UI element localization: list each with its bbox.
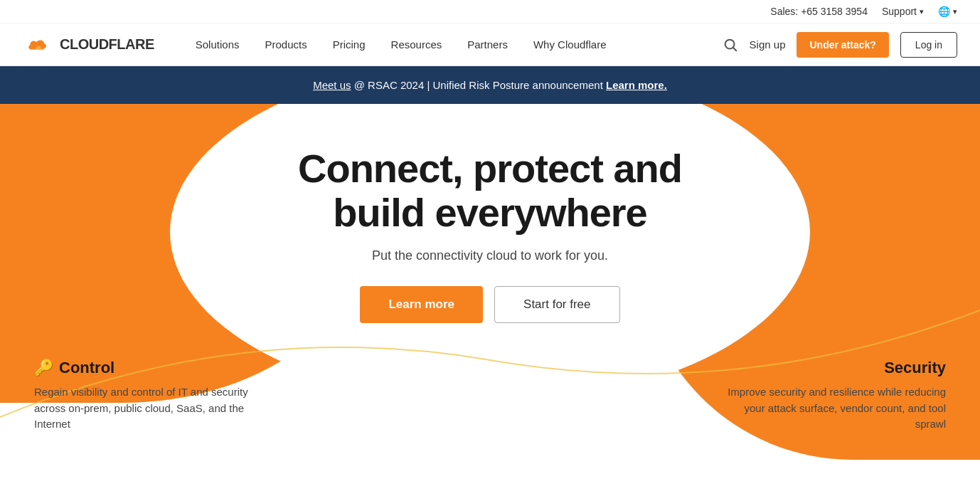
- search-icon: [723, 37, 738, 53]
- control-icon: 🔑: [34, 359, 53, 377]
- sign-up-button[interactable]: Sign up: [750, 38, 786, 51]
- features-row: 🔑 Control Regain visibility and control …: [0, 344, 980, 433]
- hero-learn-more-button[interactable]: Learn more: [360, 286, 483, 323]
- cloudflare-logo-icon: [23, 35, 54, 55]
- globe-chevron-icon: ▾: [953, 7, 957, 16]
- nav-why-cloudflare[interactable]: Why Cloudflare: [521, 23, 619, 66]
- feature-security-title: 🛡 Security: [718, 359, 946, 377]
- support-chevron-icon: ▾: [920, 7, 924, 16]
- feature-security: 🛡 Security Improve security and resilien…: [718, 359, 946, 433]
- logo[interactable]: CLOUDFLARE: [23, 35, 154, 55]
- support-menu[interactable]: Support ▾: [882, 6, 924, 17]
- language-selector[interactable]: 🌐 ▾: [938, 6, 957, 17]
- nav-right: Sign up Under attack? Log in: [723, 32, 957, 58]
- nav-products[interactable]: Products: [252, 23, 319, 66]
- feature-security-desc: Improve security and resilience while re…: [718, 384, 946, 433]
- banner-meet-us[interactable]: Meet us: [313, 79, 351, 91]
- security-icon: 🛡: [863, 359, 878, 377]
- top-bar: Sales: +65 3158 3954 Support ▾ 🌐 ▾: [0, 0, 980, 23]
- announcement-banner: Meet us @ RSAC 2024 | Unified Risk Postu…: [0, 66, 980, 104]
- sales-contact: Sales: +65 3158 3954: [770, 6, 868, 17]
- main-nav: CLOUDFLARE Solutions Products Pricing Re…: [0, 23, 980, 66]
- feature-control-title: 🔑 Control: [34, 359, 262, 377]
- search-button[interactable]: [723, 37, 738, 53]
- banner-learn-more[interactable]: Learn more.: [606, 79, 667, 91]
- nav-items: Solutions Products Pricing Resources Par…: [183, 23, 723, 66]
- login-button[interactable]: Log in: [900, 32, 957, 58]
- hero-section: Connect, protect and build everywhere Pu…: [0, 104, 980, 474]
- feature-control-desc: Regain visibility and control of IT and …: [34, 384, 262, 433]
- hero-content: Connect, protect and build everywhere Pu…: [298, 147, 682, 323]
- nav-partners[interactable]: Partners: [454, 23, 521, 66]
- hero-buttons: Learn more Start for free: [298, 286, 682, 323]
- hero-title: Connect, protect and build everywhere: [298, 147, 682, 234]
- logo-text: CLOUDFLARE: [60, 36, 154, 53]
- nav-pricing[interactable]: Pricing: [320, 23, 378, 66]
- under-attack-button[interactable]: Under attack?: [797, 32, 888, 58]
- feature-control: 🔑 Control Regain visibility and control …: [34, 359, 262, 433]
- hero-start-free-button[interactable]: Start for free: [494, 286, 619, 323]
- nav-resources[interactable]: Resources: [378, 23, 455, 66]
- svg-line-1: [733, 48, 736, 51]
- hero-subtitle: Put the connectivity cloud to work for y…: [298, 248, 682, 263]
- nav-solutions[interactable]: Solutions: [183, 23, 252, 66]
- globe-icon: 🌐: [938, 6, 950, 17]
- banner-middle-text: @ RSAC 2024 | Unified Risk Posture annou…: [351, 79, 606, 91]
